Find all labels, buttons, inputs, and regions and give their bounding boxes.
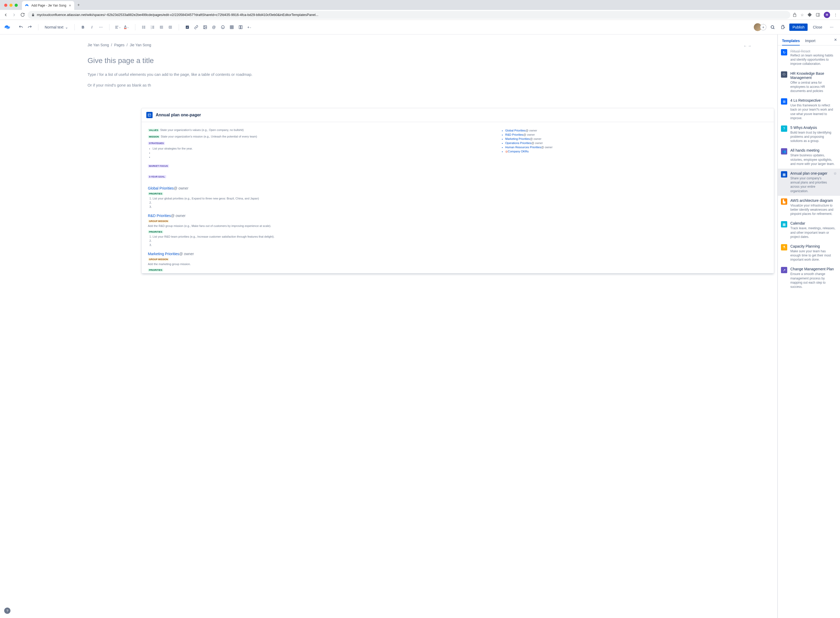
template-icon: ⚗ bbox=[781, 244, 787, 250]
redo-button[interactable] bbox=[25, 23, 34, 31]
template-item[interactable]: ⊞4 Ls RetrospectiveUse this framework to… bbox=[778, 96, 840, 123]
chrome-menu-icon[interactable]: ⋮ bbox=[834, 13, 837, 17]
svg-point-25 bbox=[204, 26, 205, 27]
template-item[interactable]: ▦Annual plan one-pagerShare your company… bbox=[778, 169, 840, 196]
template-item[interactable]: ▦CalendarTrack leave, meetings, releases… bbox=[778, 218, 840, 242]
action-item-button[interactable] bbox=[183, 23, 191, 31]
help-button[interactable]: ? bbox=[4, 608, 10, 614]
template-icon: ▦ bbox=[781, 171, 787, 177]
tab-close-icon[interactable]: × bbox=[69, 3, 71, 7]
chevron-down-icon: ⌄ bbox=[65, 25, 68, 29]
browser-tab[interactable]: Add Page - Jie Yan Song × bbox=[22, 1, 74, 10]
editor-toolbar: Normal text ⌄ B I ⋯ ⌄ A⌄ 123 @ +⌄ + Publ… bbox=[0, 20, 840, 34]
mention-button[interactable]: @ bbox=[210, 23, 218, 31]
template-icon: 👥 bbox=[781, 148, 787, 154]
template-item[interactable]: ?5 Whys AnalysisBuild team trust by iden… bbox=[778, 123, 840, 146]
preview-title: Annual plan one-pager bbox=[156, 113, 201, 117]
insert-button[interactable]: +⌄ bbox=[245, 23, 254, 31]
values-badge: VALUES bbox=[148, 129, 159, 132]
template-preview-card: Annual plan one-pager VALUES State your … bbox=[141, 108, 774, 273]
marketing-priorities-heading: Marketing Priorities@ owner bbox=[148, 252, 767, 256]
template-item[interactable]: ⚗Capacity PlanningMake sure your team ha… bbox=[778, 242, 840, 264]
window-close[interactable] bbox=[4, 4, 7, 7]
new-tab-button[interactable]: + bbox=[74, 3, 83, 10]
svg-rect-14 bbox=[152, 26, 154, 26]
back-button[interactable] bbox=[3, 12, 9, 18]
confluence-favicon bbox=[25, 3, 29, 7]
numbered-list-button[interactable]: 123 bbox=[148, 23, 157, 31]
svg-point-6 bbox=[142, 27, 143, 27]
outdent-button[interactable] bbox=[157, 23, 166, 31]
panel-close-button[interactable]: × bbox=[834, 37, 837, 43]
publish-button[interactable]: Publish bbox=[789, 24, 807, 31]
align-button[interactable]: ⌄ bbox=[114, 23, 122, 31]
tab-import[interactable]: Import bbox=[805, 37, 815, 45]
emoji-button[interactable] bbox=[219, 23, 227, 31]
window-maximize[interactable] bbox=[15, 4, 18, 7]
add-collaborator-button[interactable]: + bbox=[760, 24, 766, 30]
layouts-button[interactable] bbox=[237, 23, 245, 31]
italic-button[interactable]: I bbox=[88, 23, 96, 31]
more-formatting-button[interactable]: ⋯ bbox=[97, 23, 105, 31]
template-item[interactable]: ↻Ritual ResetReflect on team working hab… bbox=[778, 46, 840, 69]
bullet-list-button[interactable] bbox=[139, 23, 148, 31]
extensions-icon[interactable] bbox=[807, 13, 812, 17]
template-icon: ▙ bbox=[781, 198, 787, 205]
expand-width-button[interactable]: ← → bbox=[743, 44, 751, 48]
template-item[interactable]: ⚇HR Knowledge Base ManagementOffer a cen… bbox=[778, 69, 840, 96]
indent-button[interactable] bbox=[166, 23, 175, 31]
close-button[interactable]: Close bbox=[810, 24, 825, 31]
template-item[interactable]: 👥All hands meetingShare business updates… bbox=[778, 146, 840, 169]
image-button[interactable] bbox=[201, 23, 209, 31]
template-icon: ⚇ bbox=[781, 71, 787, 78]
rd-priorities-heading: R&D Priorities@ owner bbox=[148, 214, 767, 218]
breadcrumb: Jie Yan Song / Pages / Jie Yan Song bbox=[87, 43, 761, 47]
page-title-input[interactable]: Give this page a title bbox=[87, 56, 761, 65]
svg-rect-37 bbox=[148, 114, 151, 117]
svg-point-26 bbox=[221, 25, 224, 29]
link-button[interactable] bbox=[192, 23, 200, 31]
share-icon[interactable] bbox=[793, 13, 797, 17]
breadcrumb-space[interactable]: Jie Yan Song bbox=[87, 43, 109, 47]
bookmark-star-icon[interactable]: ☆ bbox=[800, 13, 804, 17]
svg-rect-0 bbox=[816, 13, 819, 16]
template-list[interactable]: ↻Ritual ResetReflect on team working hab… bbox=[778, 46, 840, 618]
template-icon: ▦ bbox=[781, 221, 787, 227]
svg-point-5 bbox=[142, 25, 143, 27]
forward-button[interactable] bbox=[11, 12, 17, 18]
undo-button[interactable] bbox=[17, 23, 25, 31]
browser-tab-strip: Add Page - Jie Yan Song × + bbox=[0, 0, 840, 10]
bold-button[interactable]: B bbox=[79, 23, 87, 31]
target-icon: ◎ bbox=[505, 150, 508, 153]
template-icon: ? bbox=[781, 125, 787, 132]
breadcrumb-current[interactable]: Jie Yan Song bbox=[130, 43, 151, 47]
window-minimize[interactable] bbox=[9, 4, 13, 7]
template-item[interactable]: ▙AWS architecture diagramVisualize your … bbox=[778, 196, 840, 219]
svg-rect-36 bbox=[781, 26, 784, 29]
reload-button[interactable] bbox=[19, 12, 25, 18]
text-color-button[interactable]: A⌄ bbox=[123, 23, 131, 31]
template-icon: ↻ bbox=[781, 49, 787, 55]
svg-rect-33 bbox=[241, 25, 242, 29]
text-style-select[interactable]: Normal text ⌄ bbox=[43, 23, 70, 31]
templates-panel: Templates Import × ↻Ritual ResetReflect … bbox=[777, 34, 840, 618]
request-changes-button[interactable] bbox=[779, 23, 787, 31]
tab-templates[interactable]: Templates bbox=[782, 37, 800, 46]
editor-hint-1: Type / for a list of useful elements you… bbox=[87, 72, 761, 77]
table-button[interactable] bbox=[228, 23, 236, 31]
find-button[interactable] bbox=[768, 23, 777, 31]
url-text: mycloudconfluence.atlassian.net/wiki/spa… bbox=[37, 13, 319, 17]
lock-icon bbox=[31, 13, 35, 16]
global-priorities-heading: Global Priorities@ owner bbox=[148, 186, 767, 190]
breadcrumb-pages[interactable]: Pages bbox=[114, 43, 124, 47]
editor-canvas[interactable]: Jie Yan Song / Pages / Jie Yan Song Give… bbox=[0, 34, 777, 618]
svg-rect-8 bbox=[143, 26, 145, 26]
confluence-logo[interactable] bbox=[4, 24, 10, 30]
address-bar[interactable]: mycloudconfluence.atlassian.net/wiki/spa… bbox=[28, 11, 790, 19]
star-icon[interactable]: ☆ bbox=[834, 171, 837, 193]
profile-badge[interactable]: H bbox=[824, 12, 830, 18]
window-controls bbox=[2, 4, 21, 10]
side-panel-icon[interactable] bbox=[816, 13, 820, 17]
more-actions-button[interactable]: ⋯ bbox=[827, 23, 836, 31]
template-item[interactable]: ↗Change Management PlanEnsure a smooth c… bbox=[778, 264, 840, 291]
